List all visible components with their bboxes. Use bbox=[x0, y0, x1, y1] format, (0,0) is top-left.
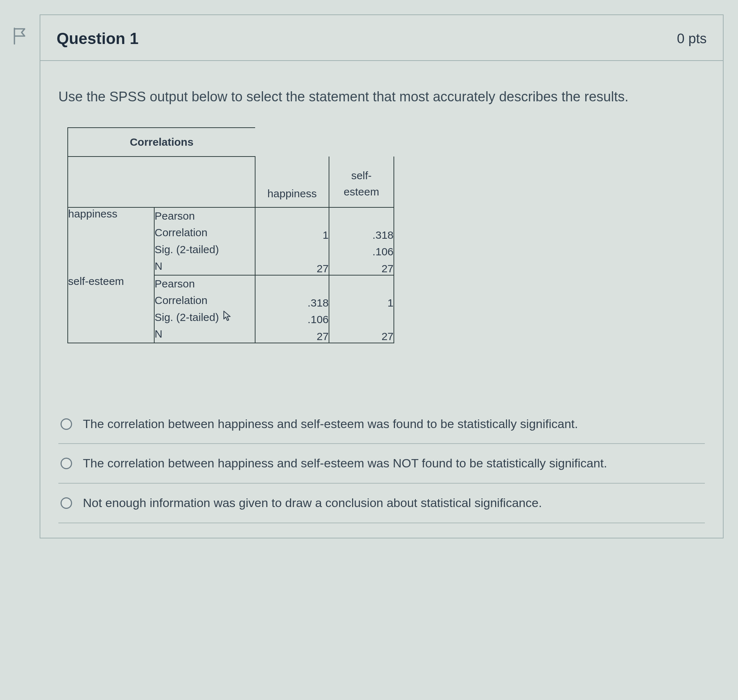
spss-title: Correlations bbox=[68, 128, 255, 156]
val-self-n-1: 27 bbox=[255, 326, 329, 343]
spss-correlations-table: Correlations happiness self- esteem happ… bbox=[67, 127, 394, 343]
col-header-self-esteem: self- esteem bbox=[329, 156, 394, 207]
answer-option-3[interactable]: Not enough information was given to draw… bbox=[59, 484, 705, 523]
row-var-happiness: happiness bbox=[68, 207, 154, 275]
question-title: Question 1 bbox=[57, 29, 138, 48]
answer-text-3: Not enough information was given to draw… bbox=[83, 494, 542, 512]
val-happ-sig-2: .106 bbox=[329, 241, 394, 258]
question-points: 0 pts bbox=[677, 31, 707, 47]
question-body: Use the SPSS output below to select the … bbox=[40, 61, 723, 538]
stat-pearson-happiness: Pearson Correlation bbox=[154, 207, 255, 241]
answer-text-2: The correlation between happiness and se… bbox=[83, 455, 607, 472]
radio-icon[interactable] bbox=[60, 458, 72, 469]
val-self-sig-1: .106 bbox=[255, 309, 329, 326]
radio-icon[interactable] bbox=[60, 497, 72, 509]
answer-text-1: The correlation between happiness and se… bbox=[83, 415, 578, 433]
radio-icon[interactable] bbox=[60, 418, 72, 430]
question-prompt: Use the SPSS output below to select the … bbox=[59, 86, 705, 107]
col-header-self-line1: self- bbox=[351, 169, 372, 181]
answer-list: The correlation between happiness and se… bbox=[59, 404, 705, 523]
val-happ-pearson-2: .318 bbox=[329, 207, 394, 241]
flag-outline-icon[interactable] bbox=[13, 27, 27, 45]
col-header-happiness: happiness bbox=[255, 156, 329, 207]
stat-n-happiness: N bbox=[154, 258, 255, 275]
stat-pearson-self: Pearson Correlation bbox=[154, 275, 255, 309]
val-happ-sig-1 bbox=[255, 241, 329, 258]
val-happ-pearson-1: 1 bbox=[255, 207, 329, 241]
stat-n-self: N bbox=[154, 326, 255, 343]
val-self-sig-2 bbox=[329, 309, 394, 326]
answer-option-2[interactable]: The correlation between happiness and se… bbox=[59, 444, 705, 484]
stat-sig-happiness: Sig. (2-tailed) bbox=[154, 241, 255, 258]
question-card: Question 1 0 pts Use the SPSS output bel… bbox=[40, 15, 723, 538]
val-self-n-2: 27 bbox=[329, 326, 394, 343]
stat-sig-self: Sig. (2-tailed) bbox=[154, 309, 255, 326]
val-self-pearson-2: 1 bbox=[329, 275, 394, 309]
question-header: Question 1 0 pts bbox=[40, 15, 723, 61]
val-happ-n-1: 27 bbox=[255, 258, 329, 275]
col-header-self-line2: esteem bbox=[344, 186, 379, 198]
answer-option-1[interactable]: The correlation between happiness and se… bbox=[59, 404, 705, 444]
cursor-icon bbox=[223, 309, 233, 326]
row-var-self-esteem: self-esteem bbox=[68, 275, 154, 343]
val-self-pearson-1: .318 bbox=[255, 275, 329, 309]
val-happ-n-2: 27 bbox=[329, 258, 394, 275]
